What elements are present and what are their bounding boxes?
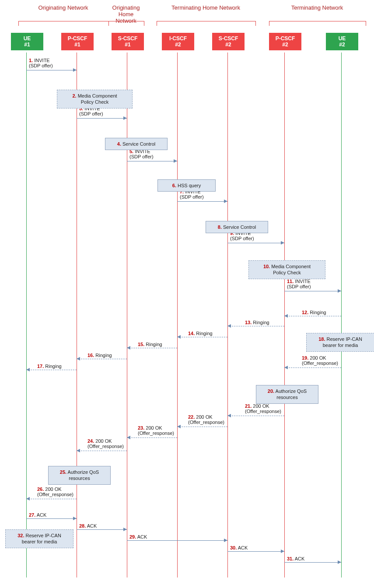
lifeline-head-pcscf1: P-CSCF#1 (61, 33, 94, 50)
arrow-right-icon (123, 528, 127, 531)
message-label: 26. 200 OK(Offer_response) (37, 486, 73, 497)
group-label: Terminating Network (269, 4, 365, 11)
message-label: 29. ACK (129, 534, 147, 539)
lifeline-head-ue1: UE#1 (11, 33, 43, 50)
arrow-left-icon (284, 314, 288, 318)
message-label: 21. 200 OK(Offer_response) (245, 403, 281, 414)
message-label: 14. Ringing (188, 331, 213, 336)
message-label: 12. Ringing (302, 310, 326, 315)
note-4: 4. Service Control (105, 138, 168, 150)
message-label: 17. Ringing (37, 364, 62, 369)
message-label: 28. ACK (79, 523, 97, 528)
note-8: 8. Service Control (206, 221, 268, 233)
note-2: 2. Media ComponentPolicy Check (57, 90, 133, 108)
lifeline-icscf2 (177, 52, 178, 578)
message-label: 13. Ringing (245, 320, 269, 325)
arrow-left-icon (26, 497, 30, 500)
arrow-right-icon (338, 560, 341, 564)
arrow-left-icon (177, 425, 181, 428)
lifeline-scscf2 (227, 52, 228, 578)
group-bracket (108, 21, 144, 26)
group-bracket (269, 21, 366, 26)
lifeline-head-scscf1: S-CSCF#1 (112, 33, 144, 50)
lifeline-head-scscf2: S-CSCF#2 (212, 33, 245, 50)
message-label: 23. 200 OK(Offer_response) (138, 425, 174, 436)
note-20: 20. Authorize QoSresources (256, 385, 318, 404)
arrow-right-icon (73, 68, 77, 72)
lifeline-head-ue2: UE#2 (326, 33, 358, 50)
sequence-diagram: Originating NetworkOriginatingHome Netwo… (4, 4, 370, 582)
note-25: 25. Authorize QoSresources (48, 466, 111, 485)
message-label: 27. ACK (29, 512, 46, 518)
arrow-left-icon (177, 335, 181, 339)
lifeline-head-pcscf2: P-CSCF#2 (269, 33, 301, 50)
lifeline-head-icscf2: I-CSCF#2 (162, 33, 194, 50)
arrow-right-icon (281, 550, 284, 553)
message-label: 31. ACK (287, 556, 304, 561)
message-label: 22. 200 OK(Offer_response) (188, 414, 224, 425)
arrow-right-icon (174, 159, 177, 163)
group-label: Terminating Home Network (157, 4, 255, 11)
note-6: 6. HSS query (157, 179, 216, 192)
arrow-left-icon (227, 414, 231, 417)
note-32: 32. Reserve IP-CANbearer for media (5, 529, 73, 548)
arrow-left-icon (26, 368, 30, 371)
arrow-right-icon (281, 241, 284, 245)
arrow-right-icon (73, 517, 77, 520)
note-10: 10. Media ComponentPolicy Check (248, 260, 325, 279)
message-label: 30. ACK (230, 545, 248, 550)
note-18: 18. Reserve IP-CANbearer for media (306, 333, 374, 352)
message-label: 5. INVITE(SDP offer) (129, 149, 154, 159)
arrow-left-icon (77, 449, 80, 452)
lifeline-scscf1 (127, 52, 127, 578)
arrow-left-icon (127, 346, 130, 350)
group-label: Originating Network (18, 4, 108, 11)
arrow-right-icon (338, 289, 341, 293)
message-label: 19. 200 OK(Offer_response) (302, 355, 338, 366)
lifeline-ue2 (341, 52, 342, 578)
group-bracket (157, 21, 256, 26)
message-label: 15. Ringing (138, 342, 162, 347)
message-label: 1. INVITE(SDP offer) (29, 58, 53, 68)
arrow-left-icon (284, 366, 288, 369)
arrow-left-icon (77, 357, 80, 360)
group-bracket (18, 21, 109, 26)
arrow-left-icon (127, 436, 130, 439)
arrow-right-icon (224, 200, 227, 203)
message-label: 11. INVITE(SDP offer) (287, 279, 311, 289)
arrow-right-icon (224, 539, 227, 542)
arrow-right-icon (123, 116, 127, 120)
message-label: 24. 200 OK(Offer_response) (87, 438, 124, 449)
message-label: 16. Ringing (87, 353, 112, 358)
arrow-left-icon (227, 324, 231, 328)
lifeline-pcscf1 (77, 52, 77, 578)
